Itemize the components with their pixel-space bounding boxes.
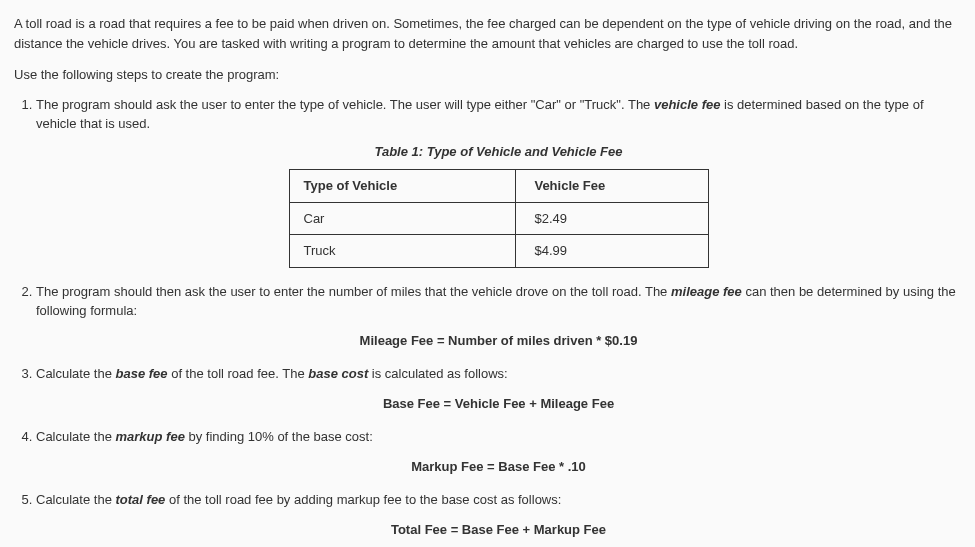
table-header-fee: Vehicle Fee — [516, 170, 708, 203]
step1-term: vehicle fee — [654, 97, 721, 112]
table-title: Table 1: Type of Vehicle and Vehicle Fee — [36, 142, 961, 162]
step3-term-b: base cost — [308, 366, 368, 381]
vehicle-fee-table: Type of Vehicle Vehicle Fee Car $2.49 Tr… — [289, 169, 709, 268]
steps-intro: Use the following steps to create the pr… — [14, 65, 961, 85]
intro-paragraph: A toll road is a road that requires a fe… — [14, 14, 961, 53]
step-3: Calculate the base fee of the toll road … — [36, 364, 961, 413]
step-1: The program should ask the user to enter… — [36, 95, 961, 268]
step3-text-a: Calculate the — [36, 366, 116, 381]
step-5: Calculate the total fee of the toll road… — [36, 490, 961, 539]
step3-text-b: of the toll road fee. The — [168, 366, 309, 381]
step3-text-c: is calculated as follows: — [368, 366, 507, 381]
step3-term-a: base fee — [116, 366, 168, 381]
step4-term: markup fee — [116, 429, 185, 444]
step5-text-b: of the toll road fee by adding markup fe… — [165, 492, 561, 507]
step4-text-a: Calculate the — [36, 429, 116, 444]
formula-markup: Markup Fee = Base Fee * .10 — [36, 457, 961, 477]
formula-mileage: Mileage Fee = Number of miles driven * $… — [36, 331, 961, 351]
formula-base: Base Fee = Vehicle Fee + Mileage Fee — [36, 394, 961, 414]
table-header-type: Type of Vehicle — [289, 170, 516, 203]
table-header-row: Type of Vehicle Vehicle Fee — [289, 170, 708, 203]
table-cell-type: Car — [289, 202, 516, 235]
step-2: The program should then ask the user to … — [36, 282, 961, 351]
formula-total: Total Fee = Base Fee + Markup Fee — [36, 520, 961, 540]
step-4: Calculate the markup fee by finding 10% … — [36, 427, 961, 476]
step5-term: total fee — [116, 492, 166, 507]
step4-text-b: by finding 10% of the base cost: — [185, 429, 373, 444]
step2-term: mileage fee — [671, 284, 742, 299]
step5-text-a: Calculate the — [36, 492, 116, 507]
table-row: Truck $4.99 — [289, 235, 708, 268]
table-cell-fee: $4.99 — [516, 235, 708, 268]
table-cell-fee: $2.49 — [516, 202, 708, 235]
steps-list: The program should ask the user to enter… — [36, 95, 961, 548]
step2-text-a: The program should then ask the user to … — [36, 284, 671, 299]
table-row: Car $2.49 — [289, 202, 708, 235]
step1-text-a: The program should ask the user to enter… — [36, 97, 654, 112]
table-cell-type: Truck — [289, 235, 516, 268]
